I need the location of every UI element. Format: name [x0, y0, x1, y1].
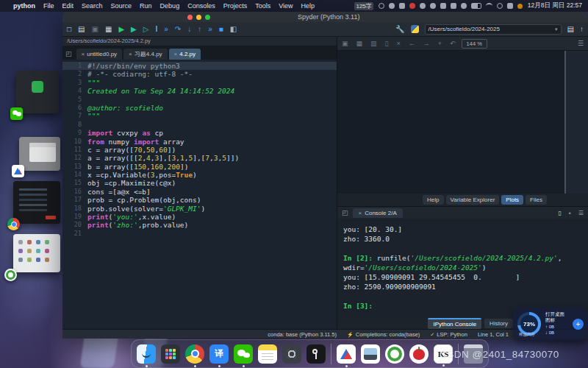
- preferences-icon[interactable]: 🔧: [395, 26, 404, 33]
- window-titlebar[interactable]: Spyder (Python 3.11): [62, 12, 588, 22]
- close-tab-icon[interactable]: ×: [82, 51, 85, 57]
- wifi-icon[interactable]: [486, 3, 492, 9]
- zoom-window-button[interactable]: [205, 15, 210, 20]
- code-line-2[interactable]: 2# -*- codiarng: utf-8 -*-: [62, 70, 337, 78]
- memory-ring-gauge[interactable]: 73%: [517, 312, 541, 336]
- dock-focus-icon[interactable]: [385, 344, 404, 364]
- tab-untitled0.py[interactable]: ×untitled0.py: [76, 49, 123, 60]
- memory-widget[interactable]: 73% 释放内存 打开桌面图标 ↑ 0B ↓ 0B +: [513, 308, 588, 340]
- thumbnail-wechat-window[interactable]: [16, 71, 59, 113]
- menu-tools[interactable]: Tools: [255, 2, 270, 10]
- thumbnail-grid-window[interactable]: [13, 234, 60, 272]
- browse-tabs-icon[interactable]: ◰: [65, 50, 72, 57]
- menu-search[interactable]: Search: [82, 2, 103, 10]
- code-line-9[interactable]: 9import cvxpy as cp: [62, 129, 337, 137]
- dock-photos-icon[interactable]: [361, 344, 380, 364]
- code-line-18[interactable]: 18prob.solve(solver='GLPK_MI'): [62, 205, 337, 213]
- dock-translate-icon[interactable]: 译: [209, 344, 229, 364]
- code-line-4[interactable]: 4Created on Tue Sep 24 14:14:52 2024: [62, 87, 337, 95]
- menu-consoles[interactable]: Consoles: [187, 2, 215, 10]
- menu-file[interactable]: File: [43, 2, 54, 10]
- run-file-icon[interactable]: ▶: [118, 26, 124, 33]
- tab-files[interactable]: Files: [526, 195, 547, 205]
- tab-ipython-console[interactable]: IPython Console: [428, 318, 481, 329]
- menu-source[interactable]: Source: [111, 2, 132, 10]
- code-line-10[interactable]: 10from numpy import array: [62, 138, 337, 146]
- new-console-icon[interactable]: ▯: [559, 210, 562, 216]
- debug-file-icon[interactable]: »: [164, 26, 168, 33]
- previous-plot-icon[interactable]: ←: [409, 40, 415, 47]
- plot-zoom-level[interactable]: 144 %: [462, 39, 487, 49]
- dock-tri-icon[interactable]: [337, 344, 356, 364]
- dock-keys-icon[interactable]: [306, 344, 326, 364]
- plots-canvas[interactable]: [337, 51, 588, 194]
- menu-projects[interactable]: Projects: [223, 2, 248, 10]
- code-line-13[interactable]: 13b = array([150,160,200]): [62, 163, 337, 171]
- tab-习题4.4.py[interactable]: ×习题4.4.py: [123, 49, 167, 60]
- battery-icon[interactable]: [471, 3, 481, 9]
- code-line-21[interactable]: 21: [62, 230, 337, 238]
- code-line-7[interactable]: 7""": [62, 112, 337, 120]
- remove-all-plots-icon[interactable]: ×: [397, 40, 401, 47]
- widget-add-button[interactable]: +: [573, 319, 584, 330]
- continue-icon[interactable]: »: [208, 26, 212, 33]
- close-tab-icon[interactable]: ×: [174, 51, 178, 57]
- code-line-6[interactable]: 6@author: scofieldo: [62, 104, 337, 112]
- open-file-icon[interactable]: ▤: [78, 26, 85, 33]
- input-method-icon[interactable]: [517, 4, 523, 9]
- remove-plot-icon[interactable]: ▯: [385, 40, 389, 47]
- code-line-1[interactable]: 1#!/usr/bin/env python3: [62, 62, 337, 70]
- maximize-pane-icon[interactable]: ◧: [230, 26, 237, 33]
- code-line-14[interactable]: 14x =cp.Variable(3,pos=True): [62, 171, 337, 179]
- menu-debug[interactable]: Debug: [160, 2, 180, 10]
- debug-cell-icon[interactable]: ↷: [175, 26, 181, 33]
- tab-4.2.py[interactable]: ×4.2.py: [169, 49, 201, 60]
- window-manager-icon[interactable]: [451, 3, 456, 9]
- search-icon[interactable]: [497, 3, 503, 9]
- thumbnail-ide-window[interactable]: [13, 181, 60, 224]
- code-area[interactable]: 1#!/usr/bin/env python32# -*- codiarng: …: [62, 60, 337, 330]
- minimize-window-button[interactable]: [196, 15, 201, 20]
- run-selection-icon[interactable]: I: [156, 26, 158, 33]
- copy-plot-icon[interactable]: ▥: [370, 40, 377, 47]
- close-tab-icon[interactable]: ×: [129, 51, 132, 57]
- working-directory-select[interactable]: /Users/scofieldo/2024-2025 ▾: [425, 24, 562, 35]
- interrupt-kernel-icon[interactable]: ▪: [569, 210, 571, 216]
- code-line-5[interactable]: 5: [62, 96, 337, 104]
- smiley-icon[interactable]: [379, 3, 384, 9]
- close-window-button[interactable]: [187, 15, 193, 20]
- menu-edit[interactable]: Edit: [62, 2, 74, 10]
- mic-icon[interactable]: [389, 3, 395, 9]
- tab-variable-explorer[interactable]: Variable Explorer: [446, 195, 500, 205]
- save-all-plots-icon[interactable]: ▦: [356, 40, 363, 47]
- shapes-icon[interactable]: [420, 3, 426, 9]
- run-cell-icon[interactable]: ▶: [131, 26, 137, 33]
- cloud-icon[interactable]: [430, 3, 436, 9]
- thumbnail-dialog-window[interactable]: [19, 137, 60, 171]
- close-console-icon[interactable]: ×: [359, 210, 362, 216]
- console-options-icon[interactable]: ☰: [578, 210, 584, 216]
- code-line-15[interactable]: 15obj =cp.Maximize(c@x): [62, 179, 337, 187]
- step-into-icon[interactable]: ↓: [187, 26, 191, 33]
- code-line-3[interactable]: 3""": [62, 79, 337, 87]
- step-return-icon[interactable]: ↑: [198, 26, 201, 33]
- stop-debug-icon[interactable]: ■: [219, 26, 223, 33]
- dock-wechat-icon[interactable]: [234, 344, 253, 364]
- menubar-clock[interactable]: 12月8日 周日 22:57: [528, 1, 582, 10]
- code-line-11[interactable]: 11c = array([70,50,60]): [62, 146, 337, 154]
- control-center-icon[interactable]: [507, 3, 513, 9]
- dock-launchpad-icon[interactable]: [161, 344, 180, 364]
- code-line-19[interactable]: 19print('you:',x.value): [62, 213, 337, 221]
- console-output[interactable]: you: [20. 30.]zho: 3360.0In [2]: runfile…: [337, 220, 588, 316]
- dock-chrome-icon[interactable]: [185, 344, 204, 364]
- save-icon[interactable]: ▣: [92, 26, 98, 33]
- dock-finder-icon[interactable]: [137, 344, 156, 364]
- code-line-20[interactable]: 20print('zho:',prob.value): [62, 221, 337, 229]
- new-file-icon[interactable]: □: [67, 26, 71, 33]
- dock-settings-icon[interactable]: [282, 344, 301, 364]
- save-all-icon[interactable]: ▦: [105, 26, 112, 33]
- plots-options-icon[interactable]: ☰: [578, 40, 584, 47]
- menu-view[interactable]: View: [279, 2, 293, 10]
- bluetooth-icon[interactable]: [461, 3, 467, 9]
- plots-thumbnail-strip[interactable]: [564, 51, 588, 194]
